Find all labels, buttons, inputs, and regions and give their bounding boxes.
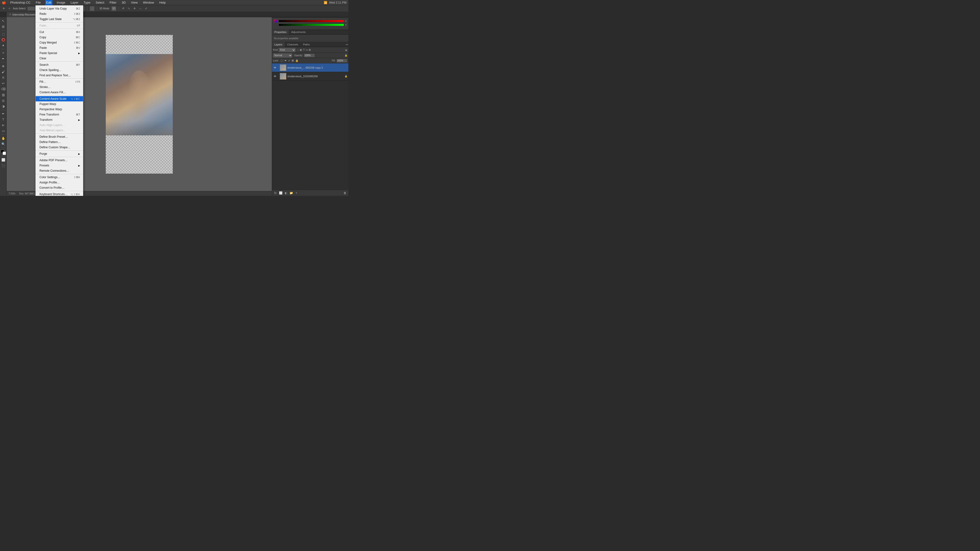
fade-shortcut: ⇧F xyxy=(76,24,80,27)
menu-fade[interactable]: Fade… ⇧F xyxy=(36,23,83,28)
menu-layer[interactable]: Layer xyxy=(70,0,80,5)
content-aware-scale-label: Content-Aware Scale xyxy=(40,97,67,100)
menu-remote-connections[interactable]: Remote Connections… xyxy=(36,168,83,173)
menu-keyboard-shortcuts[interactable]: Keyboard Shortcuts… ⌥⇧⌘K xyxy=(36,192,83,196)
purge-label: Purge xyxy=(40,152,47,156)
paste-shortcut: ⌘V xyxy=(76,46,80,49)
menu-image[interactable]: Image xyxy=(56,0,66,5)
keyboard-shortcuts-shortcut: ⌥⇧⌘K xyxy=(70,193,80,195)
content-aware-fill-label: Content-Aware Fill… xyxy=(40,91,66,94)
menu-edit[interactable]: Edit xyxy=(45,0,52,5)
menu-section-presets: Adobe PDF Presets… Presets ▶ Remote Conn… xyxy=(36,157,83,174)
assign-profile-label: Assign Profile… xyxy=(40,181,60,184)
menu-free-transform[interactable]: Free Transform ⌘T xyxy=(36,112,83,117)
undo-label: Undo Layer Via Copy xyxy=(40,7,67,10)
copy-label: Copy xyxy=(40,36,46,39)
menu-section-fade: Fade… ⇧F xyxy=(36,22,83,29)
menu-paste-special[interactable]: Paste Special ▶ xyxy=(36,51,83,56)
edit-dropdown-menu: Undo Layer Via Copy ⌘Z Redo ⇧⌘Z Toggle L… xyxy=(35,5,83,196)
color-settings-shortcut: ⇧⌘K xyxy=(74,176,80,179)
clear-label: Clear xyxy=(40,57,46,60)
define-brush-label: Define Brush Preset… xyxy=(40,135,68,138)
menu-define-custom-shape[interactable]: Define Custom Shape… xyxy=(36,144,83,150)
menu-auto-blend[interactable]: Auto-Blend Layers… xyxy=(36,128,83,133)
menu-define-pattern[interactable]: Define Pattern… xyxy=(36,140,83,144)
menu-transform[interactable]: Transform ▶ xyxy=(36,117,83,122)
menu-section-define: Define Brush Preset… Define Pattern… Def… xyxy=(36,134,83,151)
fade-label: Fade… xyxy=(40,24,49,27)
menu-select[interactable]: Select xyxy=(95,0,105,5)
undo-shortcut: ⌘Z xyxy=(76,7,80,10)
menu-presets[interactable]: Presets ▶ xyxy=(36,163,83,168)
menu-puppet-warp[interactable]: Puppet Warp xyxy=(36,102,83,106)
menu-search[interactable]: Search ⌘F xyxy=(36,62,83,67)
paste-label: Paste xyxy=(40,46,47,49)
menu-section-search: Search ⌘F Check Spelling… Find and Repla… xyxy=(36,62,83,79)
menu-window[interactable]: Window xyxy=(142,0,155,5)
menu-perspective-warp[interactable]: Perspective Warp xyxy=(36,106,83,112)
menu-app-name[interactable]: Photoshop CC xyxy=(10,0,32,5)
menu-file[interactable]: File xyxy=(35,0,42,5)
cut-label: Cut xyxy=(40,30,44,34)
menu-bar-left: 🍎 Photoshop CC File Edit Image Layer Typ… xyxy=(2,0,167,5)
search-label: Search xyxy=(40,63,49,67)
menu-purge[interactable]: Purge ▶ xyxy=(36,151,83,156)
paste-special-label: Paste Special xyxy=(40,51,57,55)
menu-undo[interactable]: Undo Layer Via Copy ⌘Z xyxy=(36,6,83,11)
menu-help[interactable]: Help xyxy=(158,0,167,5)
menu-cut[interactable]: Cut ⌘X xyxy=(36,29,83,35)
copy-merged-shortcut: ⇧⌘C xyxy=(73,41,80,44)
presets-label: Presets xyxy=(40,164,49,167)
content-aware-scale-shortcut: ⌥⇧⌘C xyxy=(70,98,80,100)
menu-copy-merged[interactable]: Copy Merged ⇧⌘C xyxy=(36,40,83,45)
toggle-label: Toggle Last State xyxy=(40,17,62,21)
menu-redo[interactable]: Redo ⇧⌘Z xyxy=(36,11,83,16)
menu-auto-align[interactable]: Auto-Align Layers… xyxy=(36,122,83,128)
menu-paste[interactable]: Paste ⌘V xyxy=(36,45,83,51)
redo-label: Redo xyxy=(40,12,46,16)
menu-section-transform: Content-Aware Scale ⌥⇧⌘C Puppet Warp Per… xyxy=(36,96,83,134)
menu-color-settings[interactable]: Color Settings… ⇧⌘K xyxy=(36,175,83,180)
menu-bar: 🍎 Photoshop CC File Edit Image Layer Typ… xyxy=(0,0,348,5)
menu-content-aware-fill[interactable]: Content-Aware Fill… xyxy=(36,90,83,95)
menu-section-clipboard: Cut ⌘X Copy ⌘C Copy Merged ⇧⌘C Paste ⌘V … xyxy=(36,29,83,62)
define-custom-shape-label: Define Custom Shape… xyxy=(40,146,70,149)
auto-blend-label: Auto-Blend Layers… xyxy=(40,129,66,132)
adobe-pdf-label: Adobe PDF Presets… xyxy=(40,159,68,162)
menu-section-color: Color Settings… ⇧⌘K Assign Profile… Conv… xyxy=(36,174,83,191)
menu-define-brush[interactable]: Define Brush Preset… xyxy=(36,134,83,140)
cut-shortcut: ⌘X xyxy=(76,30,80,34)
purge-arrow: ▶ xyxy=(78,152,80,155)
dropdown-overlay: Undo Layer Via Copy ⌘Z Redo ⇧⌘Z Toggle L… xyxy=(0,0,348,196)
find-replace-label: Find and Replace Text… xyxy=(40,74,71,77)
menu-stroke[interactable]: Stroke… xyxy=(36,84,83,90)
menu-clear[interactable]: Clear xyxy=(36,56,83,61)
menu-copy[interactable]: Copy ⌘C xyxy=(36,35,83,40)
free-transform-label: Free Transform xyxy=(40,113,59,116)
perspective-warp-label: Perspective Warp xyxy=(40,108,62,111)
wifi-icon: 📶 xyxy=(324,1,327,4)
menu-filter[interactable]: Filter xyxy=(109,0,118,5)
menu-convert-profile[interactable]: Convert to Profile… xyxy=(36,185,83,191)
redo-shortcut: ⇧⌘Z xyxy=(74,13,80,16)
convert-profile-label: Convert to Profile… xyxy=(40,186,65,189)
menu-3d[interactable]: 3D xyxy=(121,0,127,5)
menu-adobe-pdf[interactable]: Adobe PDF Presets… xyxy=(36,157,83,163)
paste-special-arrow: ▶ xyxy=(78,52,80,54)
menu-assign-profile[interactable]: Assign Profile… xyxy=(36,180,83,185)
menu-type[interactable]: Type xyxy=(83,0,91,5)
menu-check-spelling[interactable]: Check Spelling… xyxy=(36,67,83,73)
transform-label: Transform xyxy=(40,118,52,121)
fill-label: Fill… xyxy=(40,80,46,83)
os-time: Wed 2:11 PM xyxy=(329,1,347,4)
menu-find-replace[interactable]: Find and Replace Text… xyxy=(36,73,83,78)
keyboard-shortcuts-label: Keyboard Shortcuts… xyxy=(40,192,67,196)
menu-fill[interactable]: Fill… ⇧F5 xyxy=(36,79,83,84)
transform-arrow: ▶ xyxy=(78,119,80,121)
copy-shortcut: ⌘C xyxy=(76,36,80,39)
menu-content-aware-scale[interactable]: Content-Aware Scale ⌥⇧⌘C xyxy=(36,96,83,102)
menu-view[interactable]: View xyxy=(130,0,138,5)
color-settings-label: Color Settings… xyxy=(40,176,60,179)
apple-logo[interactable]: 🍎 xyxy=(2,1,6,5)
menu-toggle-last-state[interactable]: Toggle Last State ⌥⌘Z xyxy=(36,16,83,22)
